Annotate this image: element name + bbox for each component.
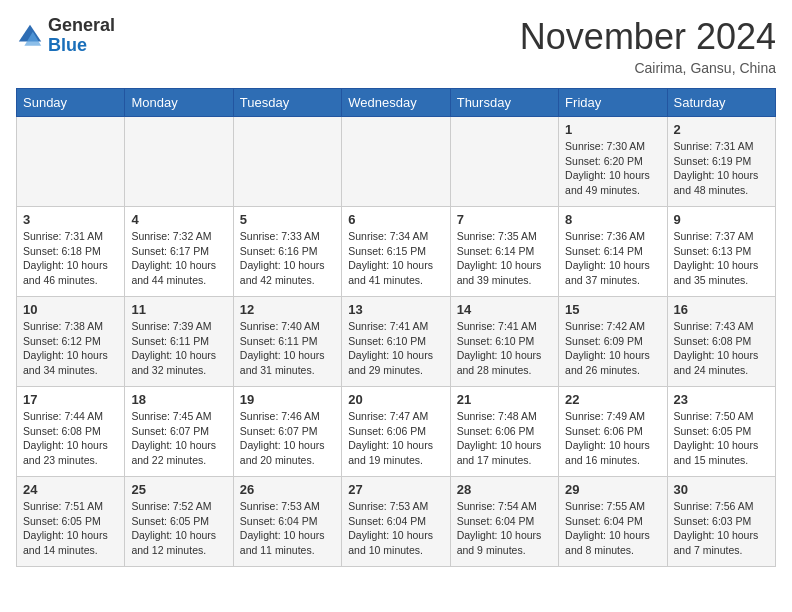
calendar-cell: 19Sunrise: 7:46 AM Sunset: 6:07 PM Dayli… — [233, 387, 341, 477]
day-info: Sunrise: 7:40 AM Sunset: 6:11 PM Dayligh… — [240, 319, 335, 378]
calendar-table: SundayMondayTuesdayWednesdayThursdayFrid… — [16, 88, 776, 567]
calendar-cell: 13Sunrise: 7:41 AM Sunset: 6:10 PM Dayli… — [342, 297, 450, 387]
day-number: 16 — [674, 302, 769, 317]
day-info: Sunrise: 7:33 AM Sunset: 6:16 PM Dayligh… — [240, 229, 335, 288]
day-number: 26 — [240, 482, 335, 497]
calendar-cell: 12Sunrise: 7:40 AM Sunset: 6:11 PM Dayli… — [233, 297, 341, 387]
calendar-cell — [450, 117, 558, 207]
calendar-cell: 29Sunrise: 7:55 AM Sunset: 6:04 PM Dayli… — [559, 477, 667, 567]
weekday-header-row: SundayMondayTuesdayWednesdayThursdayFrid… — [17, 89, 776, 117]
day-info: Sunrise: 7:37 AM Sunset: 6:13 PM Dayligh… — [674, 229, 769, 288]
day-number: 1 — [565, 122, 660, 137]
day-info: Sunrise: 7:30 AM Sunset: 6:20 PM Dayligh… — [565, 139, 660, 198]
day-number: 29 — [565, 482, 660, 497]
calendar-cell — [233, 117, 341, 207]
day-number: 7 — [457, 212, 552, 227]
calendar-cell: 17Sunrise: 7:44 AM Sunset: 6:08 PM Dayli… — [17, 387, 125, 477]
day-number: 4 — [131, 212, 226, 227]
weekday-header: Thursday — [450, 89, 558, 117]
day-number: 20 — [348, 392, 443, 407]
calendar-cell — [17, 117, 125, 207]
logo-blue: Blue — [48, 35, 87, 55]
calendar-cell: 15Sunrise: 7:42 AM Sunset: 6:09 PM Dayli… — [559, 297, 667, 387]
day-number: 27 — [348, 482, 443, 497]
day-number: 12 — [240, 302, 335, 317]
day-info: Sunrise: 7:56 AM Sunset: 6:03 PM Dayligh… — [674, 499, 769, 558]
logo-general: General — [48, 15, 115, 35]
calendar-cell: 7Sunrise: 7:35 AM Sunset: 6:14 PM Daylig… — [450, 207, 558, 297]
day-number: 22 — [565, 392, 660, 407]
day-info: Sunrise: 7:36 AM Sunset: 6:14 PM Dayligh… — [565, 229, 660, 288]
day-info: Sunrise: 7:54 AM Sunset: 6:04 PM Dayligh… — [457, 499, 552, 558]
calendar-cell: 5Sunrise: 7:33 AM Sunset: 6:16 PM Daylig… — [233, 207, 341, 297]
day-number: 17 — [23, 392, 118, 407]
day-info: Sunrise: 7:50 AM Sunset: 6:05 PM Dayligh… — [674, 409, 769, 468]
day-number: 5 — [240, 212, 335, 227]
day-info: Sunrise: 7:44 AM Sunset: 6:08 PM Dayligh… — [23, 409, 118, 468]
calendar-cell: 6Sunrise: 7:34 AM Sunset: 6:15 PM Daylig… — [342, 207, 450, 297]
day-info: Sunrise: 7:41 AM Sunset: 6:10 PM Dayligh… — [348, 319, 443, 378]
day-number: 6 — [348, 212, 443, 227]
calendar-cell: 4Sunrise: 7:32 AM Sunset: 6:17 PM Daylig… — [125, 207, 233, 297]
calendar-week-row: 17Sunrise: 7:44 AM Sunset: 6:08 PM Dayli… — [17, 387, 776, 477]
calendar-cell: 21Sunrise: 7:48 AM Sunset: 6:06 PM Dayli… — [450, 387, 558, 477]
day-info: Sunrise: 7:38 AM Sunset: 6:12 PM Dayligh… — [23, 319, 118, 378]
calendar-cell: 16Sunrise: 7:43 AM Sunset: 6:08 PM Dayli… — [667, 297, 775, 387]
day-number: 21 — [457, 392, 552, 407]
page-header: General Blue November 2024 Cairima, Gans… — [16, 16, 776, 76]
calendar-cell: 30Sunrise: 7:56 AM Sunset: 6:03 PM Dayli… — [667, 477, 775, 567]
calendar-cell: 25Sunrise: 7:52 AM Sunset: 6:05 PM Dayli… — [125, 477, 233, 567]
calendar-cell — [342, 117, 450, 207]
day-number: 11 — [131, 302, 226, 317]
day-info: Sunrise: 7:32 AM Sunset: 6:17 PM Dayligh… — [131, 229, 226, 288]
day-info: Sunrise: 7:45 AM Sunset: 6:07 PM Dayligh… — [131, 409, 226, 468]
weekday-header: Friday — [559, 89, 667, 117]
day-number: 19 — [240, 392, 335, 407]
calendar-cell: 14Sunrise: 7:41 AM Sunset: 6:10 PM Dayli… — [450, 297, 558, 387]
day-number: 2 — [674, 122, 769, 137]
calendar-cell: 26Sunrise: 7:53 AM Sunset: 6:04 PM Dayli… — [233, 477, 341, 567]
day-number: 10 — [23, 302, 118, 317]
day-info: Sunrise: 7:42 AM Sunset: 6:09 PM Dayligh… — [565, 319, 660, 378]
day-info: Sunrise: 7:43 AM Sunset: 6:08 PM Dayligh… — [674, 319, 769, 378]
calendar-cell: 2Sunrise: 7:31 AM Sunset: 6:19 PM Daylig… — [667, 117, 775, 207]
calendar-week-row: 3Sunrise: 7:31 AM Sunset: 6:18 PM Daylig… — [17, 207, 776, 297]
location-label: Cairima, Gansu, China — [520, 60, 776, 76]
calendar-cell: 1Sunrise: 7:30 AM Sunset: 6:20 PM Daylig… — [559, 117, 667, 207]
day-info: Sunrise: 7:49 AM Sunset: 6:06 PM Dayligh… — [565, 409, 660, 468]
calendar-cell: 24Sunrise: 7:51 AM Sunset: 6:05 PM Dayli… — [17, 477, 125, 567]
calendar-cell: 11Sunrise: 7:39 AM Sunset: 6:11 PM Dayli… — [125, 297, 233, 387]
calendar-cell: 3Sunrise: 7:31 AM Sunset: 6:18 PM Daylig… — [17, 207, 125, 297]
calendar-cell: 22Sunrise: 7:49 AM Sunset: 6:06 PM Dayli… — [559, 387, 667, 477]
day-number: 14 — [457, 302, 552, 317]
day-number: 3 — [23, 212, 118, 227]
weekday-header: Sunday — [17, 89, 125, 117]
calendar-cell — [125, 117, 233, 207]
day-info: Sunrise: 7:53 AM Sunset: 6:04 PM Dayligh… — [240, 499, 335, 558]
day-info: Sunrise: 7:51 AM Sunset: 6:05 PM Dayligh… — [23, 499, 118, 558]
day-number: 25 — [131, 482, 226, 497]
weekday-header: Monday — [125, 89, 233, 117]
calendar-week-row: 1Sunrise: 7:30 AM Sunset: 6:20 PM Daylig… — [17, 117, 776, 207]
day-info: Sunrise: 7:52 AM Sunset: 6:05 PM Dayligh… — [131, 499, 226, 558]
day-info: Sunrise: 7:53 AM Sunset: 6:04 PM Dayligh… — [348, 499, 443, 558]
title-block: November 2024 Cairima, Gansu, China — [520, 16, 776, 76]
day-info: Sunrise: 7:31 AM Sunset: 6:19 PM Dayligh… — [674, 139, 769, 198]
month-title: November 2024 — [520, 16, 776, 58]
day-number: 28 — [457, 482, 552, 497]
weekday-header: Wednesday — [342, 89, 450, 117]
logo-icon — [16, 22, 44, 50]
day-info: Sunrise: 7:46 AM Sunset: 6:07 PM Dayligh… — [240, 409, 335, 468]
day-number: 24 — [23, 482, 118, 497]
calendar-cell: 18Sunrise: 7:45 AM Sunset: 6:07 PM Dayli… — [125, 387, 233, 477]
day-info: Sunrise: 7:41 AM Sunset: 6:10 PM Dayligh… — [457, 319, 552, 378]
calendar-cell: 20Sunrise: 7:47 AM Sunset: 6:06 PM Dayli… — [342, 387, 450, 477]
calendar-cell: 23Sunrise: 7:50 AM Sunset: 6:05 PM Dayli… — [667, 387, 775, 477]
logo: General Blue — [16, 16, 115, 56]
day-number: 23 — [674, 392, 769, 407]
day-number: 18 — [131, 392, 226, 407]
calendar-week-row: 24Sunrise: 7:51 AM Sunset: 6:05 PM Dayli… — [17, 477, 776, 567]
calendar-cell: 9Sunrise: 7:37 AM Sunset: 6:13 PM Daylig… — [667, 207, 775, 297]
day-number: 30 — [674, 482, 769, 497]
calendar-cell: 8Sunrise: 7:36 AM Sunset: 6:14 PM Daylig… — [559, 207, 667, 297]
